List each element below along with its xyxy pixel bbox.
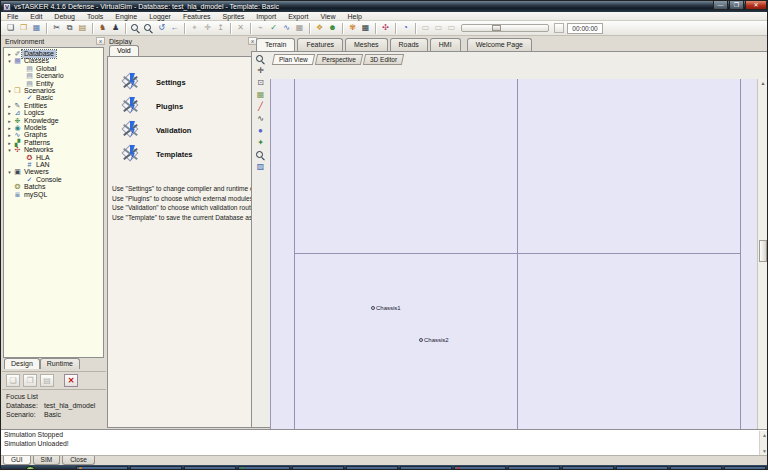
select-region-button[interactable]: ⊡ bbox=[254, 77, 267, 89]
zoom-out-button[interactable] bbox=[142, 22, 155, 34]
expander-icon[interactable]: ▸ bbox=[6, 110, 13, 116]
move-button[interactable]: ✛ bbox=[201, 22, 214, 34]
title-bar[interactable]: V vsTASKER 4.1.6 Defense - VirtualSim - … bbox=[1, 1, 768, 12]
tab-roads[interactable]: Roads bbox=[390, 38, 428, 51]
menu-debug[interactable]: Debug bbox=[48, 12, 81, 21]
build-button[interactable]: ♟ bbox=[109, 22, 122, 34]
window-2-button[interactable]: ▭ bbox=[432, 22, 445, 34]
expander-icon[interactable]: ▾ bbox=[6, 169, 13, 175]
close-button[interactable]: ✕ bbox=[745, 1, 767, 10]
entity-chassis2[interactable]: Chassis2 bbox=[419, 337, 449, 343]
taskbar-button[interactable] bbox=[76, 466, 128, 470]
expander-icon[interactable]: ▾ bbox=[6, 58, 13, 64]
env-delete-button[interactable]: ✕ bbox=[64, 374, 78, 387]
slider-thumb[interactable] bbox=[492, 25, 501, 31]
terrain-canvas[interactable]: Chassis1 Chassis2 bbox=[270, 79, 757, 435]
copy-button[interactable]: ⧉ bbox=[63, 22, 76, 34]
taskbar-button[interactable] bbox=[454, 466, 506, 470]
environment-tree[interactable]: ▸✐Database ▾▦Classes ▤Global ▤Scenario ▤… bbox=[3, 47, 104, 358]
shortcut-settings[interactable]: Settings bbox=[120, 71, 186, 93]
taskbar-button[interactable] bbox=[670, 466, 722, 470]
shortcut-templates[interactable]: Templates bbox=[120, 143, 193, 165]
log-output[interactable]: Simulation Stopped Simulation Unloaded! … bbox=[1, 429, 768, 456]
polyline-tool-button[interactable]: ∿ bbox=[254, 113, 267, 125]
tree-item-graphs[interactable]: ▸∿Graphs bbox=[6, 131, 49, 139]
simulation-speed-slider[interactable] bbox=[461, 24, 549, 32]
engine-run-button[interactable]: ◔ bbox=[399, 22, 412, 34]
menu-edit[interactable]: Edit bbox=[24, 12, 48, 21]
menu-tools[interactable]: Tools bbox=[81, 12, 109, 21]
log-scrollbar[interactable]: ▲ ▼ bbox=[759, 431, 768, 455]
menu-features[interactable]: Features bbox=[177, 12, 217, 21]
taskbar-button[interactable] bbox=[292, 466, 344, 470]
zoom-in-button[interactable] bbox=[129, 22, 142, 34]
link-button[interactable]: ⌁ bbox=[254, 22, 267, 34]
tab-meshes[interactable]: Meshes bbox=[345, 38, 388, 51]
raise-button[interactable]: ↥ bbox=[214, 22, 227, 34]
paste-button[interactable]: ▤ bbox=[76, 22, 89, 34]
add-group-button[interactable]: ☻ bbox=[326, 22, 339, 34]
tab-sim[interactable]: SIM bbox=[33, 456, 61, 465]
validate-button[interactable]: ✓ bbox=[267, 22, 280, 34]
tree-item-scenario-class[interactable]: ▤Scenario bbox=[18, 72, 66, 80]
tab-welcome-page[interactable]: Welcome Page bbox=[467, 38, 532, 51]
menu-import[interactable]: Import bbox=[250, 12, 282, 21]
tree-item-logics[interactable]: ▸⊿Logics bbox=[6, 109, 46, 117]
environment-close-button[interactable]: x bbox=[96, 37, 105, 45]
expander-icon[interactable]: ▾ bbox=[6, 147, 13, 153]
scrollbar-thumb[interactable] bbox=[759, 240, 767, 262]
layers-tool-button[interactable]: ▨ bbox=[254, 161, 267, 173]
window-3-button[interactable]: ▭ bbox=[445, 22, 458, 34]
tab-runtime[interactable]: Runtime bbox=[40, 358, 80, 369]
menu-view[interactable]: View bbox=[314, 12, 341, 21]
undo-button[interactable]: ↺ bbox=[155, 22, 168, 34]
taskbar-button[interactable] bbox=[238, 466, 290, 470]
zoom-tool-button[interactable] bbox=[254, 53, 267, 65]
env-copy-button[interactable]: ❐ bbox=[23, 374, 37, 387]
env-new-button[interactable]: ❏ bbox=[6, 374, 20, 387]
windows-taskbar[interactable] bbox=[1, 465, 768, 470]
maximize-button[interactable]: ❐ bbox=[729, 1, 744, 10]
tree-item-networks[interactable]: ▾✣Networks bbox=[6, 146, 55, 154]
save-button[interactable]: ▦ bbox=[30, 22, 43, 34]
menu-logger[interactable]: Logger bbox=[143, 12, 177, 21]
timer-option-button[interactable] bbox=[554, 23, 564, 33]
subtab-plan-view[interactable]: Plan View bbox=[272, 54, 315, 65]
pan-tool-button[interactable]: ✛ bbox=[254, 65, 267, 77]
menu-sprites[interactable]: Sprites bbox=[217, 12, 251, 21]
tree-item-mysql[interactable]: ≣mySQL bbox=[6, 191, 49, 199]
tree-item-viewers[interactable]: ▾▣Viewers bbox=[6, 168, 51, 176]
tree-item-classes[interactable]: ▾▦Classes bbox=[6, 57, 51, 65]
pointer-button[interactable]: ⌖ bbox=[188, 22, 201, 34]
taskbar-button[interactable] bbox=[562, 466, 614, 470]
taskbar-button[interactable] bbox=[616, 466, 668, 470]
run-scenario-button[interactable]: ♞ bbox=[96, 22, 109, 34]
tab-design[interactable]: Design bbox=[4, 358, 40, 369]
taskbar-button[interactable] bbox=[346, 466, 398, 470]
trace-button[interactable]: ∿ bbox=[280, 22, 293, 34]
draw-line-button[interactable]: ╱ bbox=[254, 101, 267, 113]
menu-export[interactable]: Export bbox=[282, 12, 314, 21]
tab-void[interactable]: Void bbox=[109, 45, 139, 56]
tab-gui[interactable]: GUI bbox=[3, 456, 31, 465]
tree-item-basic[interactable]: ✓Basic bbox=[18, 94, 55, 102]
scroll-up-icon[interactable]: ▲ bbox=[759, 79, 767, 87]
shortcut-validation[interactable]: Validation bbox=[120, 119, 191, 141]
pinwheel-button[interactable]: ✣ bbox=[379, 22, 392, 34]
tab-close[interactable]: Close bbox=[62, 456, 95, 465]
tree-item-batchs[interactable]: ❂Batchs bbox=[6, 183, 47, 191]
tab-terrain[interactable]: Terrain bbox=[256, 38, 295, 51]
scroll-down-icon[interactable]: ▼ bbox=[760, 447, 768, 455]
sphere-object-button[interactable]: ● bbox=[254, 125, 267, 137]
scroll-up-icon[interactable]: ▲ bbox=[760, 431, 768, 439]
taskbar-button[interactable] bbox=[508, 466, 560, 470]
new-file-button[interactable]: ❏ bbox=[4, 22, 17, 34]
grid-button[interactable]: ▦ bbox=[293, 22, 306, 34]
nav-back-button[interactable]: ← bbox=[168, 22, 181, 34]
window-1-button[interactable]: ▭ bbox=[419, 22, 432, 34]
entity-chassis1[interactable]: Chassis1 bbox=[371, 305, 401, 311]
canvas-vertical-scrollbar[interactable]: ▲ ▼ bbox=[757, 79, 767, 435]
tab-hmi[interactable]: HMI bbox=[430, 38, 461, 51]
terrain-image-button[interactable]: ▦ bbox=[254, 89, 267, 101]
shortcut-plugins[interactable]: Plugins bbox=[120, 95, 183, 117]
